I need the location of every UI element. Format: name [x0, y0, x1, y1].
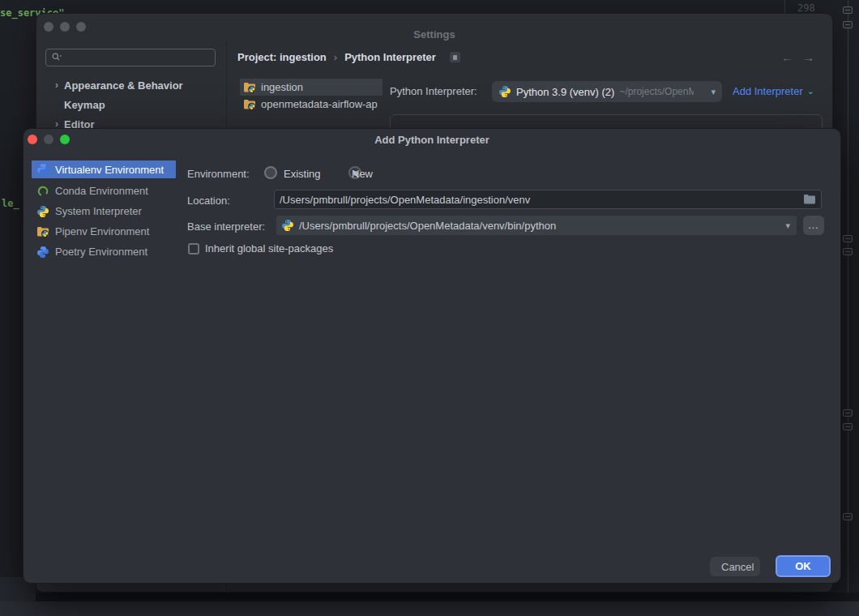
list-item-openmetadata-airflow[interactable]: openmetadata-airflow-ap [240, 96, 382, 113]
list-item-label: ingestion [261, 81, 303, 93]
breadcrumb-page: Python Interpreter [344, 51, 436, 63]
add-interpreter-link[interactable]: Add Interpreter ⌄ [733, 85, 814, 97]
conda-icon [36, 185, 49, 198]
base-interpreter-value: /Users/pmbrull/projects/OpenMetadata/ven… [299, 220, 556, 232]
sidebar-item-appearance-behavior[interactable]: › Appearance & Behavior [36, 78, 224, 92]
fold-marker-icon [843, 248, 853, 255]
python-interpreter-select[interactable]: Python 3.9 (venv) (2) ~/projects/OpenMet… [492, 81, 722, 102]
sidebar-item-label: Conda Environment [55, 185, 148, 197]
folder-icon[interactable] [803, 193, 816, 206]
python-icon [281, 219, 294, 232]
sidebar-item-conda[interactable]: Conda Environment [32, 181, 176, 201]
radio-existing-label[interactable]: Existing [284, 168, 321, 180]
search-icon [51, 52, 62, 63]
environment-label: Environment: [187, 168, 250, 180]
location-label: Location: [187, 195, 230, 207]
sidebar-item-poetry[interactable]: Poetry Environment [32, 242, 176, 262]
chevron-right-icon[interactable]: › [49, 79, 64, 91]
chevron-down-icon: ⌄ [807, 86, 814, 96]
radio-new-label[interactable]: New [352, 168, 373, 180]
python-interpreter-label: Python Interpreter: [390, 85, 477, 97]
interpreter-value: Python 3.9 (venv) (2) [516, 86, 614, 98]
python-folder-icon [243, 98, 256, 111]
sidebar-item-label: System Interpreter [55, 205, 142, 217]
list-item-ingestion[interactable]: ingestion [240, 79, 382, 96]
add-interpreter-label: Add Interpreter [733, 85, 803, 97]
settings-window-title: Settings [36, 28, 832, 41]
breadcrumb-project[interactable]: Project: ingestion [237, 51, 327, 63]
base-interpreter-label: Base interpreter: [187, 220, 265, 233]
fold-marker-icon [843, 423, 853, 430]
fold-marker-icon [843, 513, 853, 520]
sidebar-item-system-interpreter[interactable]: System Interpreter [32, 201, 176, 221]
python-icon [498, 85, 511, 98]
sidebar-item-virtualenv[interactable]: Virtualenv Environment [32, 160, 176, 178]
sidebar-item-label: Poetry Environment [55, 246, 147, 258]
editor-gutter-divider [784, 0, 785, 13]
dialog-title: Add Python Interpreter [24, 134, 840, 146]
inherit-site-packages-checkbox[interactable] [188, 243, 199, 255]
python-icon [36, 205, 49, 218]
location-field[interactable] [274, 190, 822, 209]
project-list: ingestion openmetadata-airflow-ap [240, 79, 382, 114]
cancel-button[interactable]: Cancel [710, 557, 760, 576]
tree-item-label: Appearance & Behavior [64, 79, 183, 92]
python-blue-icon [36, 246, 49, 259]
editor-scrollbar-track[interactable] [848, 0, 848, 616]
editor-line-number: 298 [797, 2, 815, 14]
list-item-label: openmetadata-airflow-ap [261, 98, 378, 110]
fold-marker-icon [843, 409, 853, 417]
base-interpreter-select[interactable]: /Users/pmbrull/projects/OpenMetadata/ven… [276, 216, 797, 235]
forward-arrow-icon[interactable]: → [802, 50, 814, 64]
tree-item-label: Keymap [64, 99, 105, 111]
inherit-site-packages-label[interactable]: Inherit global site-packages [205, 242, 333, 255]
chevron-down-icon: ▾ [711, 87, 716, 97]
settings-search-box[interactable] [45, 49, 216, 66]
settings-search-input[interactable] [66, 52, 195, 63]
sidebar-item-keymap[interactable]: Keymap [36, 97, 224, 112]
interpreter-path: ~/projects/OpenMeta [619, 86, 694, 97]
back-arrow-icon[interactable]: ← [781, 50, 793, 64]
shared-settings-icon [450, 52, 460, 62]
fold-marker-icon [843, 235, 853, 242]
fold-marker-icon [843, 6, 853, 14]
status-bar [0, 601, 859, 616]
python-folder-icon [243, 81, 256, 94]
status-bar-divider [0, 592, 859, 601]
fold-marker-icon [843, 21, 853, 28]
python-folder-icon [36, 225, 49, 238]
add-python-interpreter-dialog: Add Python Interpreter Virtualenv Enviro… [23, 128, 841, 584]
sidebar-item-label: Pipenv Environment [55, 225, 149, 237]
ok-button[interactable]: OK [776, 555, 831, 577]
location-input[interactable] [280, 194, 803, 206]
browse-button[interactable]: ... [803, 216, 824, 235]
breadcrumb: Project: ingestion › Python Interpreter [237, 51, 460, 63]
radio-existing[interactable] [264, 166, 277, 179]
interpreter-type-sidebar: Virtualenv Environment Conda Environment… [32, 160, 176, 262]
sidebar-item-pipenv[interactable]: Pipenv Environment [32, 221, 176, 242]
chevron-right-icon: › [334, 51, 337, 63]
background-code-line-2: le_ [2, 198, 19, 209]
python-blue-icon [36, 163, 49, 176]
sidebar-item-label: Virtualenv Environment [55, 164, 164, 176]
chevron-down-icon: ▾ [785, 220, 790, 231]
